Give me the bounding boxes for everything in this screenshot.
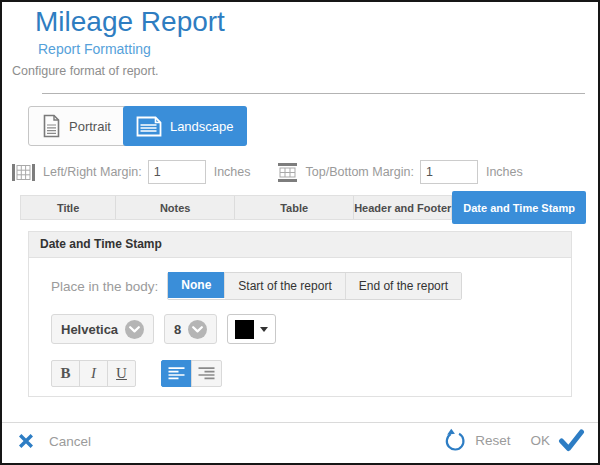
text-style-row: B I U [51,360,222,387]
font-size-value: 8 [174,322,181,337]
landscape-page-icon [136,116,162,137]
header-divider [42,93,585,94]
font-color-dropdown[interactable] [227,314,276,344]
ok-check-icon [558,429,585,452]
text-style-group: B I U [51,360,136,387]
align-right-icon [198,367,215,380]
placement-option-none[interactable]: None [168,272,225,298]
page-title: Mileage Report [35,6,225,38]
left-right-margin-input[interactable] [148,160,206,184]
top-bottom-margin-label: Top/Bottom Margin: [306,165,414,179]
tab-notes[interactable]: Notes [116,196,235,219]
placement-row: Place in the body: None Start of the rep… [51,272,462,300]
font-family-dropdown[interactable]: Helvetica [51,314,154,344]
cancel-label: Cancel [49,434,91,449]
orientation-toggle: Portrait Landscape [28,106,247,146]
tab-date-and-time-stamp[interactable]: Date and Time Stamp [452,191,586,224]
font-row: Helvetica 8 [51,314,276,344]
align-left-icon [168,367,185,380]
landscape-label: Landscape [170,119,234,134]
left-right-margin-icon [12,163,35,182]
chevron-down-icon [125,320,144,339]
margins-row: Left/Right Margin: Inches Top/Bottom Mar… [12,158,523,186]
page-description: Configure format of report. [12,64,159,78]
portrait-label: Portrait [69,119,111,134]
left-right-margin-unit: Inches [214,165,251,179]
reset-icon [442,428,467,453]
top-bottom-margin-icon [277,163,298,182]
placement-label: Place in the body: [51,279,158,294]
font-family-value: Helvetica [61,322,118,337]
cancel-button[interactable]: Cancel [18,433,91,449]
date-time-stamp-panel: Date and Time Stamp Place in the body: N… [28,231,572,397]
cancel-x-icon [18,433,34,449]
reset-button[interactable]: Reset [442,428,510,453]
panel-title: Date and Time Stamp [29,232,571,258]
caret-down-icon [260,327,268,332]
footer-actions: Reset OK [442,428,585,453]
italic-button[interactable]: I [79,360,108,387]
color-swatch [235,320,254,339]
font-size-dropdown[interactable]: 8 [164,314,217,344]
placement-option-end[interactable]: End of the report [346,273,461,299]
report-formatting-dialog: Mileage Report Report Formatting Configu… [0,0,600,465]
bold-button[interactable]: B [51,360,80,387]
ok-button[interactable]: OK [530,429,585,452]
ok-label: OK [530,433,550,448]
align-right-button[interactable] [191,360,222,387]
section-tabbar: Title Notes Table Header and Footer Date… [20,195,586,220]
landscape-button[interactable]: Landscape [123,106,247,146]
page-subtitle: Report Formatting [38,41,151,57]
tab-header-and-footer[interactable]: Header and Footer [354,196,452,219]
left-right-margin-group: Left/Right Margin: Inches [12,160,251,184]
placement-option-start[interactable]: Start of the report [225,273,345,299]
top-bottom-margin-unit: Inches [486,165,523,179]
underline-button[interactable]: U [107,360,136,387]
tab-table[interactable]: Table [235,196,354,219]
tab-title[interactable]: Title [21,196,116,219]
top-bottom-margin-group: Top/Bottom Margin: Inches [277,160,523,184]
alignment-group [161,360,222,387]
chevron-down-icon [188,320,207,339]
placement-button-group: None Start of the report End of the repo… [167,272,462,300]
left-right-margin-label: Left/Right Margin: [43,165,142,179]
footer-divider [2,422,598,423]
reset-label: Reset [475,433,510,448]
align-left-button[interactable] [161,360,192,387]
portrait-button[interactable]: Portrait [29,107,124,145]
portrait-page-icon [42,114,61,138]
top-bottom-margin-input[interactable] [420,160,478,184]
